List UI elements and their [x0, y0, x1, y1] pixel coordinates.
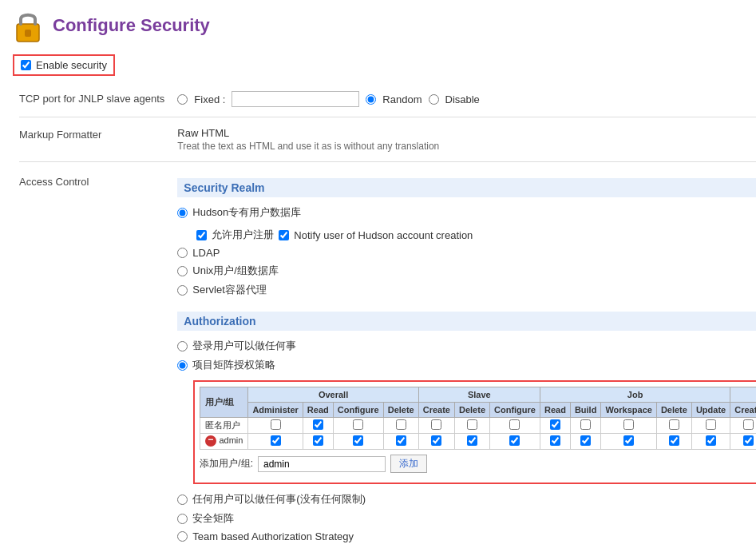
notify-label: Notify user of Hudson account creation — [294, 229, 473, 241]
col-overall-configure: Configure — [333, 403, 383, 418]
notify-checkbox[interactable] — [279, 230, 289, 240]
svg-rect-1 — [25, 30, 31, 37]
anon-slave-delete[interactable] — [467, 419, 477, 430]
anon-job-update[interactable] — [706, 419, 716, 430]
realm-hudson-radio[interactable] — [177, 208, 188, 218]
matrix-row-admin: admin — [200, 434, 756, 450]
col-slave-configure: Configure — [490, 403, 540, 418]
auth-anyone-row: 任何用户可以做任何事(没有任何限制) — [177, 492, 756, 506]
auth-logged-in-row: 登录用户可以做任何事 — [177, 339, 756, 353]
job-group-header: Job — [540, 387, 730, 403]
col-job-read: Read — [540, 403, 570, 418]
col-slave-delete: Delete — [454, 403, 489, 418]
auth-team-based-radio[interactable] — [177, 531, 188, 542]
admin-administer[interactable] — [271, 435, 281, 446]
admin-job-build[interactable] — [580, 435, 591, 446]
anon-overall-configure[interactable] — [353, 419, 363, 430]
tcp-port-options: Fixed : Random Disable — [177, 91, 756, 107]
col-overall-delete: Delete — [383, 403, 418, 418]
admin-overall-delete[interactable] — [396, 435, 406, 446]
admin-slave-create[interactable] — [431, 435, 441, 446]
auth-team-based-label: Team based Authorization Strategy — [192, 530, 354, 542]
allow-register-label: 允许用户注册 — [212, 228, 274, 242]
hudson-sub-options: 允许用户注册 Notify user of Hudson account cre… — [196, 228, 756, 242]
matrix-row-anonymous: 匿名用户 — [200, 418, 756, 434]
markup-formatter-value: Raw HTML — [177, 127, 756, 139]
col-administer: Administer — [248, 403, 303, 418]
add-button[interactable]: 添加 — [390, 455, 427, 473]
realm-unix-row: Unix用户/组数据库 — [177, 264, 756, 278]
realm-ldap-radio[interactable] — [177, 248, 188, 258]
col-job-build: Build — [570, 403, 601, 418]
auth-anyone-label: 任何用户可以做任何事(没有任何限制) — [192, 492, 366, 506]
matrix-table: 用户/组 Overall Slave Job Run View Administ… — [200, 387, 756, 450]
anonymous-user-cell: 匿名用户 — [200, 418, 248, 434]
admin-slave-delete[interactable] — [467, 435, 477, 446]
anon-job-build[interactable] — [580, 419, 591, 430]
enable-security-checkbox[interactable] — [21, 60, 31, 70]
admin-run-create[interactable] — [743, 435, 754, 446]
add-user-input[interactable] — [258, 456, 386, 472]
realm-hudson-row: Hudson专有用户数据库 — [177, 205, 756, 220]
matrix-container: 用户/组 Overall Slave Job Run View Administ… — [193, 380, 756, 484]
admin-slave-configure[interactable] — [509, 435, 520, 446]
auth-matrix-label: 项目矩阵授权策略 — [192, 358, 275, 372]
enable-security-label: Enable security — [36, 59, 107, 71]
realm-servlet-radio[interactable] — [177, 285, 188, 296]
tcp-fixed-label: Fixed : — [194, 93, 225, 105]
anon-run-create[interactable] — [743, 419, 754, 430]
realm-hudson-label: Hudson专有用户数据库 — [192, 205, 301, 220]
tcp-random-label: Random — [382, 93, 422, 105]
col-slave-create: Create — [418, 403, 454, 418]
tcp-fixed-radio[interactable] — [177, 94, 188, 105]
anon-overall-read[interactable] — [313, 419, 323, 430]
markup-formatter-row: Markup Formatter Raw HTML Treat the text… — [13, 123, 756, 156]
settings-table: TCP port for JNLP slave agents Fixed : R… — [13, 87, 756, 550]
col-job-update: Update — [691, 403, 730, 418]
anon-job-delete[interactable] — [669, 419, 679, 430]
anon-overall-delete[interactable] — [396, 419, 406, 430]
auth-anyone-radio[interactable] — [177, 494, 188, 505]
admin-user-cell: admin — [200, 434, 248, 450]
security-realm-options: Hudson专有用户数据库 允许用户注册 Notify user of Huds… — [177, 202, 756, 300]
tcp-disable-radio[interactable] — [429, 94, 439, 105]
tcp-random-radio[interactable] — [366, 94, 376, 105]
matrix-group-header-row: 用户/组 Overall Slave Job Run View — [200, 387, 756, 403]
admin-job-workspace[interactable] — [623, 435, 634, 446]
run-group-header: Run — [730, 387, 756, 403]
authorization-options: 登录用户可以做任何事 项目矩阵授权策略 用户/组 Overall — [177, 336, 756, 546]
auth-safe-matrix-radio[interactable] — [177, 514, 188, 524]
user-group-col-header: 用户/组 — [200, 387, 248, 418]
anon-job-read[interactable] — [550, 419, 560, 430]
allow-register-checkbox[interactable] — [196, 230, 207, 240]
admin-overall-read[interactable] — [313, 435, 323, 446]
matrix-col-header-row: Administer Read Configure Delete Create … — [200, 403, 756, 418]
anon-job-workspace[interactable] — [623, 419, 634, 430]
add-user-row: 添加用户/组: 添加 — [200, 455, 756, 473]
tcp-port-label: TCP port for JNLP slave agents — [13, 87, 171, 111]
admin-remove-icon[interactable] — [205, 435, 216, 447]
admin-job-update[interactable] — [706, 435, 716, 446]
admin-overall-configure[interactable] — [353, 435, 363, 446]
auth-safe-matrix-row: 安全矩阵 — [177, 511, 756, 526]
anon-administer[interactable] — [271, 419, 281, 430]
page-title: Configure Security — [53, 15, 210, 36]
auth-team-based-row: Team based Authorization Strategy — [177, 530, 756, 542]
anon-slave-create[interactable] — [431, 419, 441, 430]
tcp-disable-label: Disable — [445, 93, 480, 105]
enable-security-row: Enable security — [13, 54, 115, 76]
tcp-fixed-input[interactable] — [232, 91, 359, 107]
access-control-row: Access Control Security Realm Hudson专有用户… — [13, 168, 756, 550]
admin-job-delete[interactable] — [669, 435, 679, 446]
overall-group-header: Overall — [248, 387, 418, 403]
col-run-create: Create — [730, 403, 756, 418]
auth-logged-in-radio[interactable] — [177, 341, 188, 351]
admin-job-read[interactable] — [550, 435, 560, 446]
realm-ldap-row: LDAP — [177, 247, 756, 259]
realm-unix-label: Unix用户/组数据库 — [192, 264, 279, 278]
tcp-port-row: TCP port for JNLP slave agents Fixed : R… — [13, 87, 756, 111]
anon-slave-configure[interactable] — [509, 419, 520, 430]
auth-logged-in-label: 登录用户可以做任何事 — [192, 339, 296, 353]
auth-matrix-radio[interactable] — [177, 360, 188, 371]
realm-unix-radio[interactable] — [177, 266, 188, 276]
